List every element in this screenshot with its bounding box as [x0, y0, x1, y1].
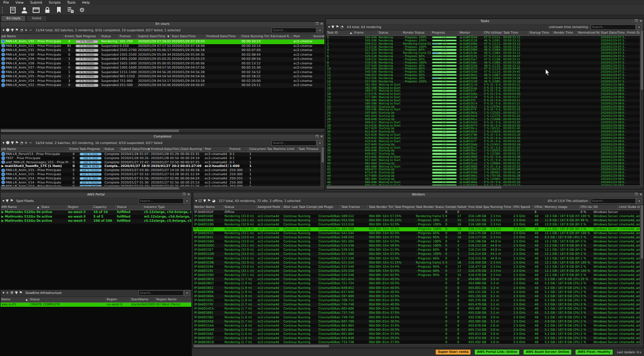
- vertical-scrollbar[interactable]: [640, 30, 644, 186]
- table-row[interactable]: PAN-LR_Anim_V14 - Prise Principale0100 %…: [0, 181, 324, 185]
- column-header[interactable]: CPU Utilisation: [483, 30, 502, 35]
- plus-icon[interactable]: +: [24, 28, 29, 33]
- search-input[interactable]: [271, 28, 316, 33]
- table-row[interactable]: 15561-564Waiting to Start0 %ip-0a80311d0…: [326, 83, 644, 86]
- caret-down-icon[interactable]: ▾: [2, 28, 5, 33]
- column-header[interactable]: Finished Date/Time: [150, 147, 179, 152]
- close-icon[interactable]: ✕: [187, 192, 190, 197]
- plus-icon[interactable]: +: [24, 140, 29, 146]
- toolbar-grip-icon[interactable]: [2, 7, 4, 13]
- table-row[interactable]: 18573-576Waiting to Start0 %ip-0a803d4e0…: [326, 92, 644, 96]
- menu-help[interactable]: Help: [79, 0, 93, 5]
- column-header[interactable]: Limit Stubs in Use: [618, 205, 642, 210]
- table-row[interactable]: TEST - Prise Principale0100 % (2/2)Compl…: [0, 156, 324, 161]
- person-icon[interactable]: ☻: [5, 140, 10, 146]
- table-row[interactable]: 2509-512RenderingRendering frame 51...25…: [326, 42, 644, 46]
- table-row[interactable]: IP-0A803DDCRendering (33.1 m)ec2-cinema4…: [193, 244, 644, 248]
- filter-icon[interactable]: ▼: [202, 198, 207, 204]
- table-row[interactable]: IP-0A80319DRendering (32.9 m)ec2-cinema4…: [193, 223, 644, 227]
- table-row[interactable]: IP-0A8034CARendering (1.7 m)ec2-cinema4d…: [193, 307, 644, 311]
- table-row[interactable]: IP-0A803533Rendering (33.1 m)ec2-cinema4…: [193, 231, 644, 235]
- column-header[interactable]: Task Progress: [394, 205, 415, 210]
- search-input[interactable]: [138, 290, 184, 296]
- plus-icon[interactable]: +: [5, 290, 10, 296]
- column-header[interactable]: State: [40, 205, 67, 210]
- column-header[interactable]: Normalized Render T: [577, 30, 600, 35]
- caret-down-icon[interactable]: ▾: [328, 24, 331, 30]
- table-row[interactable]: xref_PAN-LR_Personnages_V11 - Prise Prin…: [0, 161, 324, 165]
- filter-icon[interactable]: ▼: [331, 24, 335, 30]
- table-row[interactable]: 37649-652Starting Up0 %ip-0a8038e21 % (1…: [326, 152, 644, 155]
- table-row[interactable]: 27609-612Waiting to Start0 %ip-0a803d2b0…: [326, 121, 644, 124]
- bookmark-icon[interactable]: ⚑: [15, 28, 19, 33]
- table-row[interactable]: PAN-LR_Anim_V30 - Prise Principale00 % (…: [0, 53, 324, 57]
- column-header[interactable]: Free Disk Spa▲: [467, 205, 489, 210]
- filter-icon[interactable]: ▼: [10, 28, 14, 33]
- column-header[interactable]: Frames: [229, 147, 248, 152]
- table-row[interactable]: 36645-648Starting Up0 %ip-0a8036a71 % (1…: [326, 149, 644, 152]
- filter-icon[interactable]: ▼: [14, 290, 18, 296]
- caret-down-icon[interactable]: ▾: [195, 198, 198, 204]
- table-row[interactable]: IP-0A8031D9Rendering (33.0 m)ec2-cinema4…: [193, 252, 644, 256]
- horizontal-scrollbar[interactable]: [326, 185, 644, 189]
- table-row[interactable]: IP-0A803DA9Rendering (1.9 m)ec2-cinema4d…: [193, 328, 644, 332]
- column-header[interactable]: CPU Speed: [512, 205, 534, 210]
- column-header[interactable]: Memory Usage: [544, 205, 580, 210]
- column-header[interactable]: Worker: [459, 30, 483, 35]
- table-row[interactable]: IP-0A803562Rendering (1.6 m)ec2-cinema4d…: [193, 332, 644, 336]
- vertical-scrollbar[interactable]: [321, 147, 324, 187]
- bookmark-icon[interactable]: ⚑: [9, 198, 14, 204]
- caret-down-icon[interactable]: ▾: [2, 198, 5, 204]
- table-row[interactable]: 19577-580Waiting to Start0 %ip-0a8033280…: [326, 96, 644, 99]
- table-row[interactable]: IP-0A8037FERendering (1.7 m)ec2-cinema4d…: [193, 303, 644, 307]
- table-row[interactable]: IP-0A803458Rendering (1.7 m)ec2-cinema4d…: [193, 320, 644, 324]
- table-row[interactable]: 32629-632Waiting to Start0 %ip-0a8031b50…: [326, 137, 644, 140]
- table-row[interactable]: PAN-LR_Anim_V28 - Prise Principale10 % (…: [0, 62, 324, 66]
- column-header[interactable]: Worker Name: [193, 205, 224, 210]
- column-header[interactable]: Status: [378, 30, 402, 35]
- table-row[interactable]: 45681-684Starting Up0 %ip-0a8035621 % (1…: [326, 178, 644, 181]
- column-header[interactable]: CPUs: [534, 205, 544, 210]
- horizontal-scrollbar[interactable]: [0, 129, 324, 132]
- column-header[interactable]: Job Plugin: [317, 205, 340, 210]
- clock-icon[interactable]: ◔: [19, 28, 24, 33]
- clock-icon[interactable]: ◔: [19, 140, 24, 146]
- float-icon[interactable]: ❐: [316, 134, 318, 139]
- table-row[interactable]: IP-0A803D2FOffline0080 %Windows Server .…: [193, 210, 644, 214]
- column-header[interactable]: Region Name: [155, 297, 191, 302]
- horizontal-scrollbar[interactable]: [0, 186, 324, 190]
- table-row[interactable]: PAN-LR_Anim_V26 - Prise Principale10 % (…: [0, 70, 324, 75]
- search-input[interactable]: [138, 198, 184, 204]
- settings-gear-icon[interactable]: ⚙: [78, 6, 86, 14]
- horizontal-scrollbar[interactable]: [193, 344, 644, 348]
- table-row[interactable]: 0501-504Rendering- Progress: 100%0 %ip-0…: [326, 36, 644, 39]
- column-header[interactable]: Complete: [444, 205, 456, 210]
- menu-file[interactable]: File: [0, 0, 12, 5]
- table-row[interactable]: 21585-588Waiting to Start0 %ip-0a8039140…: [326, 102, 644, 105]
- column-header[interactable]: Status: [29, 297, 106, 302]
- table-row[interactable]: 46685-688Waiting to Start0 %ip-0a80389e0…: [326, 181, 644, 184]
- column-header[interactable]: Capacity: [92, 205, 116, 210]
- table-row[interactable]: 22589-592Starting Up0 %ip-0a8030a11 % (1…: [326, 105, 644, 109]
- table-row[interactable]: 23593-596Waiting to Start0 %ip-0a803f740…: [326, 108, 644, 111]
- table-row[interactable]: ▶ Mattrunks 512Go De...activeeu-west-310…: [0, 210, 191, 215]
- float-icon[interactable]: ❐: [183, 192, 185, 197]
- close-icon[interactable]: ✕: [320, 134, 323, 139]
- table-row[interactable]: IP-0A803641Rendering (33.0 m)ec2-cinema4…: [193, 235, 644, 240]
- column-header[interactable]: Assigned Pools: [257, 205, 282, 210]
- table-row[interactable]: 6525-528Rendering- Progress: 60%0 %ip-0a…: [326, 55, 644, 58]
- clock-icon[interactable]: ◔: [339, 24, 344, 30]
- user-icon[interactable]: [21, 6, 28, 14]
- column-header[interactable]: Finished Date/Time: [206, 34, 241, 39]
- column-header[interactable]: Region: [67, 205, 92, 210]
- column-header[interactable]: Errors: [64, 34, 75, 39]
- table-row[interactable]: 24597-600Starting Up0 %ip-0a80360a1 % (1…: [326, 111, 644, 115]
- column-header[interactable]: Submit Date/Time▼: [137, 34, 171, 39]
- pie-chart-icon[interactable]: ◕: [212, 198, 216, 204]
- table-row[interactable]: PAN-LR_Anim_V32 - Prise Principale40 % (…: [0, 40, 324, 44]
- table-row[interactable]: PAN-LR_Anim_V14 - Prise Principale0100 %…: [0, 177, 324, 181]
- table-row[interactable]: IP-0A80360ARendering (1.9 m)ec2-cinema4d…: [193, 294, 644, 299]
- table-row[interactable]: 7529-532Rendering- Progress: 60%0 %ip-0a…: [326, 58, 644, 61]
- menu-submit[interactable]: Submit: [27, 0, 46, 5]
- column-header[interactable]: Instance Type: [143, 205, 191, 210]
